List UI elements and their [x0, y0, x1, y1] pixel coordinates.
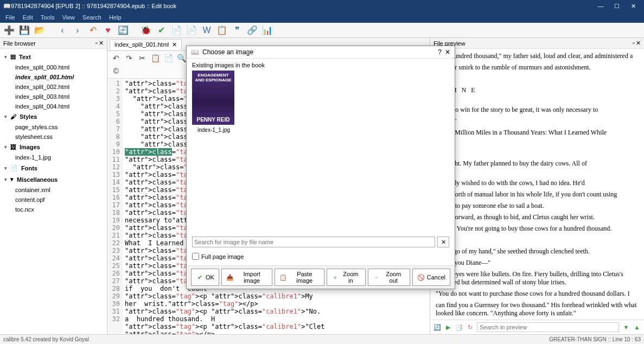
- tab-close-icon[interactable]: ✕: [172, 41, 177, 48]
- page-icon[interactable]: 📄: [186, 24, 197, 36]
- reload-icon[interactable]: ↻: [466, 323, 474, 331]
- image-search-input[interactable]: [192, 237, 435, 247]
- refresh-icon[interactable]: 🔄: [433, 323, 441, 331]
- file-item[interactable]: index_split_000.html: [0, 62, 107, 72]
- bars-icon[interactable]: 📊: [262, 24, 273, 36]
- dialog-help-icon[interactable]: ?: [438, 48, 442, 56]
- panel-close-icon[interactable]: ✕: [99, 40, 104, 47]
- play-icon[interactable]: ▶: [444, 323, 452, 331]
- save-icon[interactable]: 💾: [18, 24, 30, 36]
- editor-tab[interactable]: index_split_001.html ✕: [110, 39, 182, 50]
- menu-view[interactable]: View: [59, 13, 78, 22]
- forward-icon[interactable]: ›: [72, 24, 84, 36]
- app-icon: 📖: [3, 3, 11, 10]
- cancel-button[interactable]: 🚫Cancel: [412, 269, 450, 286]
- heart-icon[interactable]: ♥: [102, 24, 114, 36]
- panel-close-icon[interactable]: ✕: [636, 40, 641, 47]
- status-left: calibre 5.42 created by Kovid Goyal: [3, 336, 89, 342]
- menu-tools[interactable]: Tools: [37, 13, 58, 22]
- preview-content: "One hundred thousand," my father said, …: [430, 49, 644, 320]
- file-item[interactable]: index_split_001.html: [0, 72, 107, 82]
- file-item[interactable]: index_split_004.html: [0, 101, 107, 111]
- check-icon[interactable]: ✔: [155, 24, 167, 36]
- minimize-button[interactable]: —: [593, 1, 608, 11]
- group-text[interactable]: ▤ Text: [0, 51, 107, 62]
- window-title: 9781942874904 [EPUB 2] :: 9781942874904.…: [11, 3, 593, 9]
- import-image-button[interactable]: 📥Import image: [221, 269, 272, 286]
- dialog-label: Existing images in the book: [192, 62, 449, 68]
- menu-search[interactable]: Search: [79, 13, 105, 22]
- split-icon[interactable]: 📑: [455, 323, 463, 331]
- titlebar: 📖 9781942874904 [EPUB 2] :: 978194287490…: [0, 0, 644, 12]
- file-browser-panel: File browser ▫ ✕ ▤ Textindex_split_000.h…: [0, 38, 107, 334]
- file-browser-title: File browser: [3, 40, 36, 47]
- file-item[interactable]: index_split_003.html: [0, 92, 107, 101]
- group-styles[interactable]: 🖌 Styles: [0, 111, 107, 122]
- doc-icon[interactable]: 📄: [170, 24, 182, 36]
- new-file-icon[interactable]: ➕: [3, 24, 15, 36]
- file-tree: ▤ Textindex_split_000.htmlindex_split_00…: [0, 49, 107, 334]
- editor-panel: index_split_001.html ✕ ↶ ↷ ✂ 📋 📄 🔍 ↗ 🖼 🔗…: [107, 38, 430, 334]
- file-preview-panel: File preview ▫ ✕ "One hundred thousand,"…: [430, 38, 644, 334]
- thumbnail-caption: index-1_1.jpg: [192, 127, 235, 133]
- menu-help[interactable]: Help: [106, 13, 125, 22]
- undo-icon[interactable]: ↶: [87, 24, 99, 36]
- file-item[interactable]: toc.ncx: [0, 205, 107, 214]
- group-fonts[interactable]: 📄 Fonts: [0, 162, 107, 174]
- full-page-checkbox[interactable]: [192, 253, 199, 260]
- open-icon[interactable]: 📂: [34, 24, 46, 36]
- panel-pin-icon[interactable]: ▫: [633, 40, 635, 47]
- clear-search-icon[interactable]: ✕: [437, 237, 449, 247]
- symbol-icon[interactable]: ©: [111, 66, 122, 77]
- zoom-in-button[interactable]: ＋Zoom in: [327, 269, 366, 286]
- file-item[interactable]: stylesheet.css: [0, 132, 107, 142]
- menu-edit[interactable]: Edit: [20, 13, 36, 22]
- preview-search-input[interactable]: [477, 322, 619, 332]
- paste-image-button[interactable]: 📋Paste image: [275, 269, 324, 286]
- group-miscellaneous[interactable]: ▾ Miscellaneous: [0, 174, 107, 185]
- undo-icon[interactable]: ↶: [111, 53, 122, 63]
- tab-label: index_split_001.html: [114, 41, 169, 48]
- panel-pin-icon[interactable]: ▫: [95, 40, 98, 47]
- main-toolbar: ➕ 💾 📂 ‹ › ↶ ♥ 🔄 🐞 ✔ 📄 📄 W 📋 ❞ 🔗 📊: [0, 23, 644, 38]
- cut-icon[interactable]: ✂: [137, 53, 148, 63]
- close-button[interactable]: ✕: [626, 1, 641, 11]
- prev-match-icon[interactable]: ▼: [622, 323, 630, 331]
- zoom-out-button[interactable]: －Zoom out: [368, 269, 410, 286]
- dialog-icon: 📖: [191, 48, 199, 56]
- file-item[interactable]: index_split_002.html: [0, 82, 107, 92]
- next-match-icon[interactable]: ▲: [633, 323, 641, 331]
- file-item[interactable]: page_styles.css: [0, 122, 107, 132]
- file-item[interactable]: content.opf: [0, 195, 107, 205]
- status-right: GREATER-THAN SIGN :: Line 10 : 63: [549, 336, 641, 342]
- menubar: File Edit Tools View Search Help: [0, 12, 644, 23]
- full-page-label: Full page image: [201, 253, 244, 260]
- bug-icon[interactable]: 🐞: [140, 24, 152, 36]
- file-item[interactable]: container.xml: [0, 185, 107, 195]
- quote-icon[interactable]: ❞: [231, 24, 243, 36]
- file-item[interactable]: index-1_1.jpg: [0, 152, 107, 162]
- paste-icon[interactable]: 📄: [163, 53, 174, 63]
- maximize-button[interactable]: ☐: [609, 1, 624, 11]
- back-icon[interactable]: ‹: [56, 24, 68, 36]
- dialog-close-icon[interactable]: ✕: [445, 48, 450, 56]
- redo-icon[interactable]: ↷: [124, 53, 135, 63]
- menu-file[interactable]: File: [2, 13, 18, 22]
- word-icon[interactable]: W: [201, 24, 213, 36]
- choose-image-dialog: 📖 Choose an image ? ✕ Existing images in…: [186, 46, 455, 289]
- statusbar: calibre 5.42 created by Kovid Goyal GREA…: [0, 334, 644, 344]
- ok-button[interactable]: ✔OK: [191, 269, 219, 286]
- refresh-icon[interactable]: 🔄: [117, 24, 129, 36]
- group-images[interactable]: 🖼 Images: [0, 142, 107, 152]
- copy-icon[interactable]: 📋: [150, 53, 161, 63]
- search-icon[interactable]: 🔍: [176, 53, 187, 63]
- copy-icon[interactable]: 📋: [216, 24, 228, 36]
- image-thumbnail[interactable]: ENGAGEMENTAND ESPIONAGE PENNY REID index…: [192, 71, 235, 133]
- link-icon[interactable]: 🔗: [246, 24, 258, 36]
- dialog-title: Choose an image: [202, 48, 253, 56]
